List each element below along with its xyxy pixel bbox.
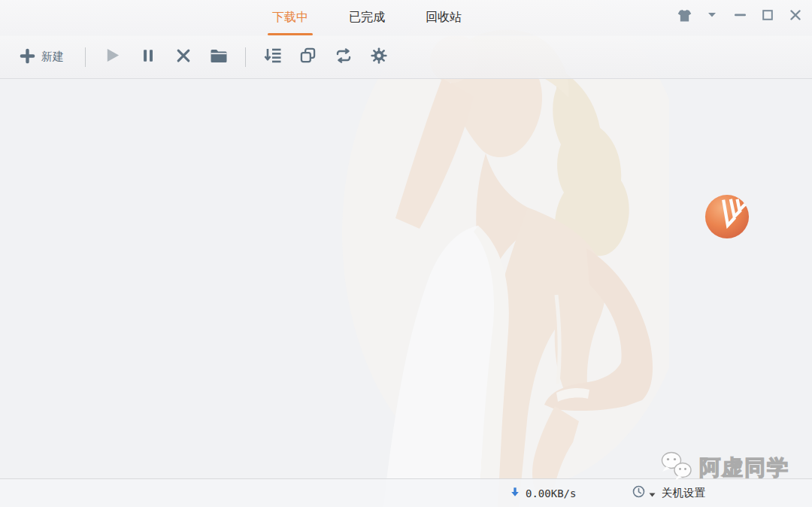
minimize-button[interactable] xyxy=(732,8,747,23)
folder-icon xyxy=(210,48,228,66)
x-delete-icon xyxy=(176,48,191,66)
queue-order-button[interactable] xyxy=(255,41,290,73)
download-list-area[interactable] xyxy=(0,80,812,478)
close-button[interactable] xyxy=(788,8,803,23)
download-speed-value: 0.00KB/s xyxy=(526,487,576,499)
tab-recycle-bin-label: 回收站 xyxy=(426,10,462,26)
titlebar: 下载中 已完成 回收站 xyxy=(0,0,812,36)
tab-completed[interactable]: 已完成 xyxy=(341,0,392,35)
loop-mode-button[interactable] xyxy=(326,41,361,73)
down-arrow-icon xyxy=(510,487,520,500)
queue-list-icon xyxy=(264,47,282,67)
new-task-label: 新建 xyxy=(41,50,64,64)
toolbar-separator xyxy=(85,47,86,67)
pause-icon xyxy=(141,48,156,66)
copy-button[interactable] xyxy=(290,41,326,73)
loop-icon xyxy=(335,48,353,66)
download-speed: 0.00KB/s xyxy=(510,479,576,507)
tab-completed-label: 已完成 xyxy=(349,10,385,26)
flashget-logo-icon xyxy=(704,193,750,240)
clock-icon xyxy=(632,485,645,501)
tab-downloading[interactable]: 下载中 xyxy=(265,0,316,35)
open-folder-button[interactable] xyxy=(201,41,236,73)
tab-bar: 下载中 已完成 回收站 xyxy=(265,0,469,35)
pause-button[interactable] xyxy=(130,41,165,73)
statusbar: 0.00KB/s 关机设置 xyxy=(0,478,812,507)
shutdown-settings-button[interactable]: 关机设置 xyxy=(632,479,705,507)
copy-icon xyxy=(300,47,316,66)
gear-icon xyxy=(371,47,387,67)
toolbar-separator xyxy=(245,47,246,67)
start-button[interactable] xyxy=(95,41,130,73)
tshirt-skin-icon[interactable] xyxy=(677,8,692,23)
toolbar: 新建 xyxy=(0,35,812,79)
shutdown-settings-label: 关机设置 xyxy=(662,486,705,500)
caret-down-icon[interactable] xyxy=(704,8,720,23)
window-controls xyxy=(677,6,803,24)
play-icon xyxy=(105,47,120,66)
maximize-button[interactable] xyxy=(760,8,775,23)
settings-button[interactable] xyxy=(361,41,396,73)
delete-button[interactable] xyxy=(165,41,201,73)
caret-down-icon xyxy=(649,487,656,500)
tab-downloading-label: 下载中 xyxy=(272,10,308,26)
plus-icon xyxy=(20,48,35,66)
new-task-button[interactable]: 新建 xyxy=(15,41,68,73)
tab-recycle-bin[interactable]: 回收站 xyxy=(418,0,469,35)
